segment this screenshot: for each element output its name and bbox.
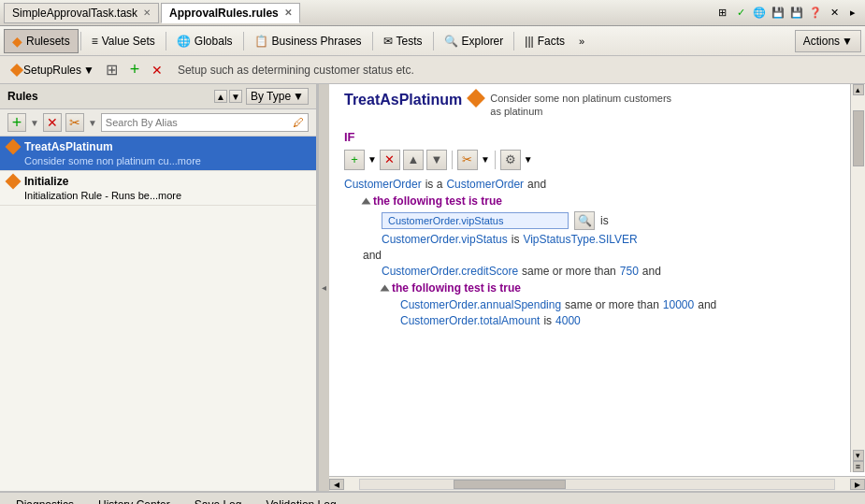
cond-totalamount-is: is xyxy=(543,314,552,327)
condition-settings-button[interactable]: ⚙ xyxy=(500,150,521,170)
scroll-left-button[interactable]: ◂ xyxy=(329,479,344,490)
scroll-thumb[interactable] xyxy=(454,480,566,489)
bottom-tabs: Diagnostics History Center Save Log Vali… xyxy=(0,491,865,504)
cond-vipstatus-val: VipStatusType.SILVER xyxy=(523,233,637,246)
scroll-track xyxy=(359,479,835,490)
vip-status-input[interactable] xyxy=(382,212,569,229)
toolbar-divider xyxy=(452,151,453,169)
btab-history-center[interactable]: History Center xyxy=(86,495,182,504)
rule-editor-description: Consider some non platinum customers as … xyxy=(490,92,677,119)
condition-cut-button[interactable]: ✂ xyxy=(457,150,478,170)
menu-explorer[interactable]: 🔍 Explorer xyxy=(436,29,512,53)
check-icon[interactable]: ✓ xyxy=(732,5,749,22)
title-bar: SimpleApprovalTask.task ✕ ApprovalRules.… xyxy=(0,0,865,26)
rules-cut-button[interactable]: ✂ xyxy=(65,113,84,132)
cond-creditscore-val: 750 xyxy=(620,265,639,278)
search-input[interactable] xyxy=(106,117,291,128)
btab-save-log[interactable]: Save Log xyxy=(182,495,254,504)
condition-line-1: CustomerOrder is a CustomerOrder and xyxy=(344,178,843,191)
rules-add-arrow[interactable]: ▼ xyxy=(30,118,39,128)
save-icon[interactable]: 💾 xyxy=(770,5,786,22)
condition-settings-arrow[interactable]: ▼ xyxy=(524,154,533,165)
tab-simple-approval[interactable]: SimpleApprovalTask.task ✕ xyxy=(4,3,159,23)
by-type-arrow: ▼ xyxy=(293,90,304,103)
actions-button[interactable]: Actions ▼ xyxy=(795,30,861,52)
rule-desc-platinum: Consider some non platinum cu...more xyxy=(7,155,309,166)
save2-icon[interactable]: 💾 xyxy=(788,5,805,22)
panel-resize-handle[interactable]: ◂ xyxy=(318,84,329,491)
following-test-2-label: the following test is true xyxy=(392,281,521,295)
rule-item-initialize[interactable]: Initialize Initialization Rule - Runs be… xyxy=(0,171,316,206)
menu-business-phrases[interactable]: 📋 Business Phrases xyxy=(246,29,370,53)
toolbar-remove-button[interactable]: ✕ xyxy=(148,61,166,79)
rules-delete-button[interactable]: ✕ xyxy=(43,113,62,132)
cond-annualspending-op: same or more than xyxy=(565,298,659,311)
search-box[interactable]: 🖊 xyxy=(101,113,309,132)
btab-validation-log[interactable]: Validation Log xyxy=(253,495,348,504)
sort-asc-icon[interactable]: ▲ xyxy=(214,90,227,103)
setup-rules-button[interactable]: SetupRules ▼ xyxy=(7,61,99,79)
condition-annualspending: CustomerOrder.annualSpending same or mor… xyxy=(344,298,843,311)
scroll-up-button[interactable]: ▴ xyxy=(853,84,864,95)
facts-icon: ||| xyxy=(525,35,533,48)
rules-cut-arrow[interactable]: ▼ xyxy=(88,118,97,128)
scroll-handle-icon[interactable]: ≡ xyxy=(853,461,864,472)
horizontal-scrollbar[interactable]: ◂ ▸ xyxy=(329,476,865,491)
condition-down-button[interactable]: ▼ xyxy=(426,150,447,170)
search-clear-icon[interactable]: 🖊 xyxy=(293,116,304,129)
menu-facts-label: Facts xyxy=(538,35,565,48)
rule-item-treat-as-platinum[interactable]: TreatAsPlatinum Consider some non platin… xyxy=(0,137,316,171)
collapse-1-icon[interactable] xyxy=(362,197,371,204)
setup-diamond-icon xyxy=(10,63,23,76)
menu-globals[interactable]: 🌐 Globals xyxy=(168,29,241,53)
menu-tests[interactable]: ✉ Tests xyxy=(375,29,431,53)
globe-icon[interactable]: 🌐 xyxy=(751,5,768,22)
tab-approval-rules[interactable]: ApprovalRules.rules ✕ xyxy=(161,3,300,23)
scroll-right-button[interactable]: ▸ xyxy=(850,479,865,490)
by-type-button[interactable]: By Type ▼ xyxy=(246,88,309,105)
tab-close-rules[interactable]: ✕ xyxy=(284,7,292,18)
sort-desc-icon[interactable]: ▼ xyxy=(229,90,242,103)
cond-annualspending-var: CustomerOrder.annualSpending xyxy=(400,298,561,311)
cond-is-op: is xyxy=(600,214,609,227)
cond-creditscore-op: same or more than xyxy=(522,265,616,278)
close-icon[interactable]: ✕ xyxy=(826,5,843,22)
scroll-vthumb[interactable] xyxy=(853,110,864,166)
menu-facts[interactable]: ||| Facts xyxy=(516,29,573,53)
tab-label-simple: SimpleApprovalTask.task xyxy=(12,7,137,20)
help-icon[interactable]: ❓ xyxy=(807,5,824,22)
rules-toolbar: + ▼ ✕ ✂ ▼ 🖊 xyxy=(0,109,316,137)
rules-list: TreatAsPlatinum Consider some non platin… xyxy=(0,137,316,491)
menu-rulesets[interactable]: ◆ Rulesets xyxy=(4,29,79,53)
vip-search-button[interactable]: 🔍 xyxy=(574,211,595,230)
rule-editor-meta: TreatAsPlatinum xyxy=(344,92,462,108)
menu-icon[interactable]: ▸ xyxy=(844,5,861,22)
btab-savelog-label: Save Log xyxy=(195,498,242,504)
condition-remove-button[interactable]: ✕ xyxy=(380,150,400,170)
rule-desc-initialize: Initialization Rule - Runs be...more xyxy=(7,190,309,201)
btab-diagnostics[interactable]: Diagnostics xyxy=(4,495,86,504)
toolbar-add-button[interactable]: + xyxy=(125,61,144,79)
main-toolbar: SetupRules ▼ ⊞ + ✕ Setup such as determi… xyxy=(0,56,865,84)
condition-add-button[interactable]: + xyxy=(344,150,365,170)
rules-add-button[interactable]: + xyxy=(7,113,26,132)
following-test-1-label: the following test is true xyxy=(373,194,502,208)
menu-value-sets[interactable]: ≡ Value Sets xyxy=(83,29,164,53)
condition-creditscore: CustomerOrder.creditScore same or more t… xyxy=(344,265,843,278)
cond-totalamount-val: 4000 xyxy=(555,314,581,327)
condition-up-button[interactable]: ▲ xyxy=(403,150,424,170)
tab-close-simple[interactable]: ✕ xyxy=(143,7,151,18)
right-panel: TreatAsPlatinum Consider some non platin… xyxy=(329,84,865,491)
vertical-scrollbar[interactable]: ▴ ▾ ≡ xyxy=(850,84,865,472)
menu-more[interactable]: » xyxy=(573,32,590,50)
condition-totalamount: CustomerOrder.totalAmount is 4000 xyxy=(344,314,843,327)
toolbar-table-icon[interactable]: ⊞ xyxy=(103,61,122,79)
scroll-down-button[interactable]: ▾ xyxy=(853,450,864,461)
grid-icon[interactable]: ⊞ xyxy=(714,5,730,22)
collapse-2-icon[interactable] xyxy=(381,284,390,291)
menu-sep-4 xyxy=(372,32,373,50)
condition-add-arrow[interactable]: ▼ xyxy=(368,154,377,165)
cond-annualspending-val: 10000 xyxy=(663,298,694,311)
condition-cut-arrow[interactable]: ▼ xyxy=(481,154,490,165)
rule-name-initialize: Initialize xyxy=(24,175,68,188)
